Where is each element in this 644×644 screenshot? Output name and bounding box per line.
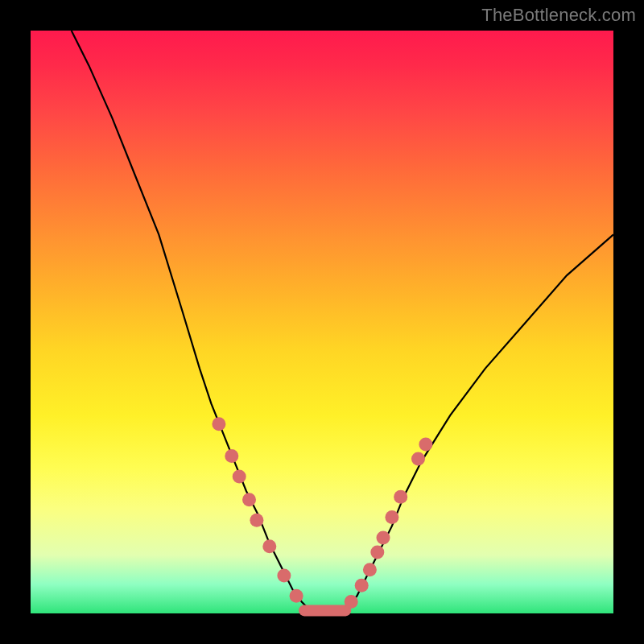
marker-right-2: [363, 563, 377, 576]
chart-frame: TheBottleneck.com: [0, 0, 644, 644]
marker-left-2: [233, 469, 246, 483]
chart-overlay: [0, 0, 644, 644]
marker-right-3: [370, 546, 384, 559]
marker-left-1: [225, 449, 238, 463]
marker-right-5: [385, 510, 398, 524]
marker-right-7: [411, 452, 425, 466]
marker-left-3: [242, 493, 256, 506]
marker-right-6: [394, 490, 407, 504]
marker-left-5: [262, 539, 276, 553]
watermark-text: TheBottleneck.com: [481, 5, 636, 26]
marker-left-4: [250, 514, 263, 527]
marker-right-4: [377, 530, 390, 544]
marker-left-7: [290, 589, 303, 603]
curve-right: [345, 234, 613, 610]
marker-left-0: [212, 417, 225, 431]
curve-left: [72, 31, 311, 610]
marker-right-1: [355, 579, 369, 592]
marker-right-0: [345, 595, 358, 609]
marker-right-8: [419, 438, 432, 452]
marker-left-6: [277, 568, 291, 582]
bottom-segment: [299, 605, 351, 616]
